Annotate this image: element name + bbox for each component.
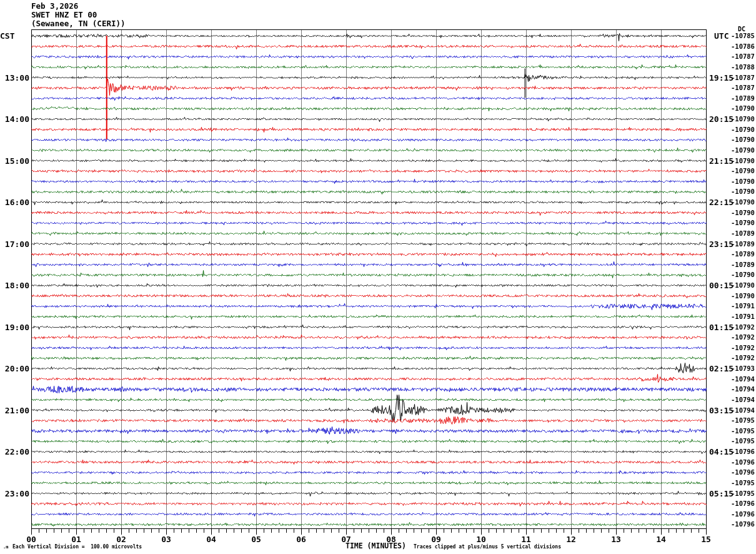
- dc-offset-value: -10795: [731, 479, 755, 486]
- dc-offset-value: -10790: [731, 126, 755, 133]
- minute-tick-label: 13: [605, 535, 627, 544]
- dc-offset-value: -10789: [731, 240, 755, 248]
- dc-offset-value: -10795: [731, 427, 755, 435]
- dc-offset-value: -10790: [731, 167, 755, 174]
- dc-offset-value: -10790: [731, 271, 755, 278]
- dc-offset-value: -10790: [731, 188, 755, 195]
- cst-hour-label: 17:00: [1, 239, 29, 248]
- dc-offset-value: -10795: [731, 437, 755, 445]
- minute-tick-label: 03: [155, 535, 177, 544]
- cst-hour-label: 20:00: [1, 364, 29, 373]
- dc-offset-value: -10790: [731, 198, 755, 206]
- scale-note: Each Vertical Division = 100.00 microvol…: [12, 544, 142, 550]
- dc-offset-value: -10785: [731, 32, 755, 39]
- utc-hour-label: 03:15: [709, 405, 734, 415]
- dc-offset-value: -10794: [731, 396, 755, 403]
- dc-offset-value: -10794: [731, 385, 755, 393]
- utc-hour-label: 23:15: [709, 239, 734, 248]
- utc-hour-label: 00:15: [709, 281, 734, 290]
- dc-offset-value: -10796: [731, 510, 755, 518]
- dc-offset-value: -10790: [731, 104, 755, 112]
- dc-offset-value: -10790: [731, 292, 755, 300]
- utc-hour-label: 20:15: [709, 114, 734, 124]
- dc-offset-value: -10796: [731, 500, 755, 507]
- right-axis-title: UTC: [714, 31, 729, 41]
- dc-offset-value: -10790: [731, 209, 755, 216]
- utc-hour-label: 21:15: [709, 156, 734, 165]
- dc-offset-value: -10787: [731, 53, 755, 60]
- minute-tick-label: 05: [245, 535, 267, 544]
- minute-tick-label: 10: [470, 535, 492, 544]
- dc-offset-value: -10796: [731, 468, 755, 476]
- cst-hour-label: 19:00: [1, 322, 29, 331]
- dc-offset-value: -10790: [731, 115, 755, 123]
- helicorder-screen: Feb 3,2026 SWET HNZ ET 00 (Sewanee, TN (…: [0, 0, 756, 554]
- minute-tick-label: 12: [560, 535, 582, 544]
- utc-hour-label: 05:15: [709, 488, 734, 498]
- x-axis-title: TIME (MINUTES): [346, 541, 406, 550]
- dc-offset-value: -10792: [731, 344, 755, 351]
- seismogram-canvas: [0, 0, 756, 554]
- utc-hour-label: 04:15: [709, 447, 734, 456]
- utc-hour-label: 19:15: [709, 73, 734, 82]
- dc-offset-value: -10789: [731, 261, 755, 268]
- dc-offset-value: -10791: [731, 302, 755, 310]
- cst-hour-label: 15:00: [1, 156, 29, 165]
- clipping-note: Traces clipped at plus/minus 5 vertical …: [414, 544, 561, 550]
- dc-offset-value: -10795: [731, 490, 755, 497]
- minute-tick-label: 15: [695, 535, 717, 544]
- minute-tick-label: 02: [110, 535, 132, 544]
- minute-tick-label: 01: [65, 535, 87, 544]
- cst-hour-label: 22:00: [1, 447, 29, 456]
- dc-offset-value: -10792: [731, 333, 755, 341]
- cst-hour-label: 16:00: [1, 198, 29, 207]
- dc-offset-value: -10788: [731, 63, 755, 71]
- minute-tick-label: 00: [20, 535, 42, 544]
- dc-offset-value: -10792: [731, 323, 755, 331]
- dc-offset-value: -10796: [731, 448, 755, 455]
- dc-offset-value: -10791: [731, 313, 755, 320]
- dc-offset-value: -10789: [731, 229, 755, 237]
- dc-offset-value: -10790: [731, 136, 755, 143]
- cst-hour-label: 14:00: [1, 114, 29, 124]
- dc-offset-value: -10794: [731, 406, 755, 414]
- left-axis-title: CST: [0, 31, 14, 41]
- minute-tick-label: 14: [650, 535, 672, 544]
- dc-offset-value: -10796: [731, 458, 755, 466]
- dc-offset-value: -10789: [731, 250, 755, 258]
- minute-tick-label: 09: [425, 535, 447, 544]
- dc-offset-value: -10792: [731, 354, 755, 361]
- utc-hour-label: 22:15: [709, 198, 734, 207]
- cst-hour-label: 21:00: [1, 405, 29, 415]
- utc-hour-label: 02:15: [709, 364, 734, 373]
- cst-hour-label: 13:00: [1, 73, 29, 82]
- dc-offset-value: -10786: [731, 43, 755, 50]
- dc-offset-value: -10790: [731, 281, 755, 289]
- cst-hour-label: 23:00: [1, 488, 29, 498]
- dc-offset-value: -10790: [731, 219, 755, 226]
- corner-mark: .m: [3, 545, 8, 550]
- dc-offset-value: -10793: [731, 365, 755, 372]
- minute-tick-label: 04: [200, 535, 222, 544]
- dc-offset-value: -10790: [731, 146, 755, 154]
- cst-hour-label: 18:00: [1, 281, 29, 290]
- station-location: (Sewanee, TN (CERI)): [31, 19, 126, 28]
- station-code: SWET HNZ ET 00: [31, 11, 97, 19]
- dc-offset-value: -10787: [731, 84, 755, 91]
- plot-date: Feb 3,2026: [31, 2, 78, 11]
- minute-tick-label: 11: [515, 535, 537, 544]
- dc-offset-value: -10790: [731, 157, 755, 164]
- dc-offset-value: -10787: [731, 74, 755, 81]
- minute-tick-label: 06: [290, 535, 312, 544]
- dc-offset-value: -10794: [731, 375, 755, 383]
- dc-offset-value: -10796: [731, 520, 755, 528]
- utc-hour-label: 01:15: [709, 322, 734, 331]
- dc-offset-value: -10790: [731, 178, 755, 185]
- dc-offset-value: -10795: [731, 416, 755, 424]
- dc-offset-value: -10789: [731, 94, 755, 102]
